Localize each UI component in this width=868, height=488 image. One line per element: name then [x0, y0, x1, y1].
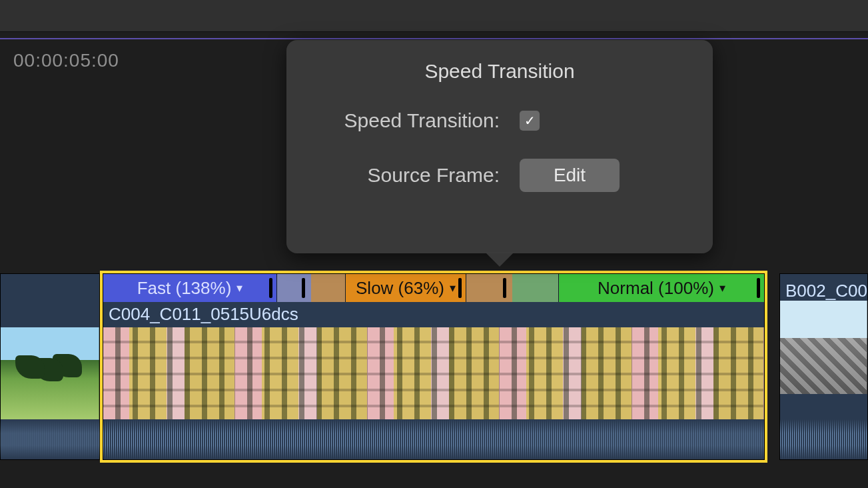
speed-segment-fast-label: Fast (138%): [137, 278, 232, 299]
popover-row-transition: Speed Transition: ✓: [320, 109, 679, 132]
popover-row-source-frame: Source Frame: Edit: [320, 159, 679, 192]
thumbnail: [103, 327, 235, 421]
speed-segment-slow-label: Slow (63%): [356, 278, 444, 299]
clip-main-filmstrip: [103, 327, 764, 421]
clip-right[interactable]: B002_C00: [779, 273, 868, 460]
source-frame-label: Source Frame:: [320, 164, 520, 187]
thumbnail: [500, 327, 632, 421]
speed-segment-normal[interactable]: Normal (100%) ▾: [559, 274, 764, 302]
timeline-ruler: [0, 38, 868, 39]
speed-transition-popover: Speed Transition Speed Transition: ✓ Sou…: [286, 40, 713, 253]
retime-editor-bar[interactable]: Fast (138%) ▾ Slow (63%) ▾ Normal (100%)…: [103, 274, 764, 302]
thumbnail: [1, 327, 99, 421]
thumbnail: [368, 327, 500, 421]
clip-left-filmstrip: [1, 327, 99, 421]
speed-segment-normal-label: Normal (100%): [598, 278, 714, 299]
speed-transition-checkbox[interactable]: ✓: [520, 111, 540, 131]
thumbnail: [780, 301, 867, 394]
speed-transition-handle[interactable]: [302, 278, 305, 298]
popover-title: Speed Transition: [320, 60, 679, 83]
speed-segment-handle[interactable]: [269, 278, 272, 298]
chevron-down-icon[interactable]: ▾: [236, 281, 242, 295]
clip-right-waveform: [780, 419, 867, 459]
thumbnail: [632, 327, 764, 421]
clip-right-name-label: B002_C00: [785, 281, 867, 301]
clip-right-filmstrip: [780, 301, 867, 394]
clip-left[interactable]: [0, 273, 100, 460]
clip-main-selected[interactable]: Fast (138%) ▾ Slow (63%) ▾ Normal (100%)…: [103, 273, 765, 460]
speed-segment-slow[interactable]: Slow (63%) ▾: [346, 274, 466, 302]
speed-transition-handle[interactable]: [503, 278, 506, 298]
speed-segment-handle[interactable]: [757, 278, 760, 298]
clip-left-waveform: [1, 419, 99, 459]
clip-main-waveform: [103, 419, 764, 459]
clip-main-name-label: C004_C011_0515U6dcs: [109, 304, 298, 325]
ruler-timecode: 00:00:05:00: [13, 50, 119, 71]
chevron-down-icon[interactable]: ▾: [719, 281, 725, 295]
speed-transition-label: Speed Transition:: [320, 109, 520, 132]
chevron-down-icon[interactable]: ▾: [450, 281, 456, 295]
thumbnail: [235, 327, 367, 421]
timeline-track[interactable]: Fast (138%) ▾ Slow (63%) ▾ Normal (100%)…: [0, 273, 868, 460]
speed-transition-2[interactable]: [466, 274, 559, 302]
speed-segment-handle[interactable]: [458, 278, 462, 298]
source-frame-edit-button[interactable]: Edit: [520, 159, 620, 192]
speed-segment-fast[interactable]: Fast (138%) ▾: [103, 274, 276, 302]
speed-transition-1[interactable]: [276, 274, 346, 302]
window-top-bar: [0, 0, 868, 32]
